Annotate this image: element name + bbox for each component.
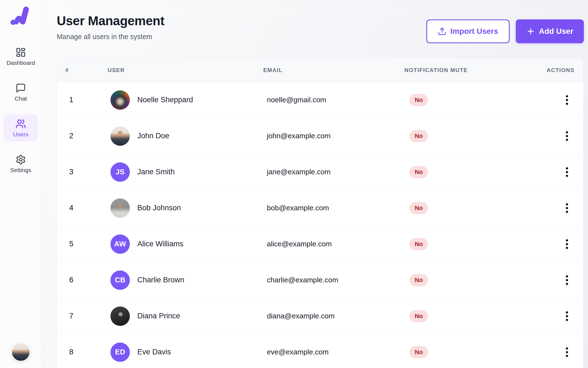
table-row: 5 AW Alice Williams alice@example.com No <box>57 226 583 262</box>
user-avatar: AW <box>110 234 130 254</box>
actions-cell <box>545 272 583 288</box>
row-actions-menu-button[interactable] <box>561 272 573 288</box>
import-users-button[interactable]: Import Users <box>426 19 510 43</box>
table-row: 7 Diana Prince diana@example.com No <box>57 298 583 334</box>
page-header: User Management Manage all users in the … <box>57 13 584 43</box>
page-title: User Management <box>57 13 164 28</box>
user-email: alice@example.com <box>254 240 395 248</box>
sidebar-nav: Dashboard Chat Users Sett <box>0 43 42 177</box>
row-actions-menu-button[interactable] <box>561 92 573 108</box>
user-cell: ED Eve Davis <box>99 343 254 362</box>
plus-icon <box>526 27 535 36</box>
user-name: Alice Williams <box>137 240 184 248</box>
user-cell: Bob Johnson <box>99 198 254 218</box>
row-actions-menu-button[interactable] <box>561 200 573 216</box>
row-index: 7 <box>57 312 99 320</box>
column-header-email: EMAIL <box>254 67 395 73</box>
row-index: 8 <box>57 348 99 356</box>
user-email: eve@example.com <box>254 348 395 356</box>
mute-badge: No <box>409 238 428 250</box>
row-actions-menu-button[interactable] <box>561 236 573 252</box>
row-actions-menu-button[interactable] <box>561 308 573 324</box>
actions-cell <box>545 200 583 216</box>
table-row: 6 CB Charlie Brown charlie@example.com N… <box>57 262 583 298</box>
actions-cell <box>545 344 583 360</box>
column-header-user: USER <box>99 67 254 73</box>
import-users-label: Import Users <box>450 27 498 36</box>
kebab-menu-icon <box>563 130 571 142</box>
user-email: john@example.com <box>254 132 395 140</box>
app-root: Dashboard Chat Users Sett <box>0 0 588 368</box>
actions-cell <box>545 128 583 144</box>
user-cell: Diana Prince <box>99 306 254 326</box>
column-header-mute: NOTIFICATION MUTE <box>395 67 545 73</box>
row-index: 5 <box>57 240 99 248</box>
row-index: 2 <box>57 132 99 140</box>
mute-badge: No <box>409 274 428 286</box>
mute-cell: No <box>395 202 545 214</box>
user-email: charlie@example.com <box>254 276 395 284</box>
row-actions-menu-button[interactable] <box>561 344 573 360</box>
kebab-menu-icon <box>563 94 571 106</box>
table-row: 8 ED Eve Davis eve@example.com No <box>57 334 583 368</box>
header-actions: Import Users Add User <box>426 19 584 43</box>
user-cell: John Doe <box>99 126 254 146</box>
sidebar-item-label: Dashboard <box>7 60 35 66</box>
profile-avatar[interactable] <box>11 342 30 362</box>
brand-logo-m-icon <box>9 4 33 28</box>
user-name: Jane Smith <box>137 168 175 176</box>
mute-badge: No <box>409 166 428 178</box>
mute-badge: No <box>409 346 428 358</box>
actions-cell <box>545 92 583 108</box>
user-name: Eve Davis <box>137 348 171 356</box>
table-row: 1 Noelle Sheppard noelle@gmail.com No <box>57 82 583 118</box>
row-actions-menu-button[interactable] <box>561 128 573 144</box>
mute-cell: No <box>395 166 545 178</box>
sidebar-item-dashboard[interactable]: Dashboard <box>4 43 38 70</box>
mute-cell: No <box>395 94 545 106</box>
user-avatar <box>110 90 130 110</box>
sidebar-item-chat[interactable]: Chat <box>4 78 38 106</box>
mute-badge: No <box>409 310 428 322</box>
actions-cell <box>545 308 583 324</box>
user-email: jane@example.com <box>254 168 395 176</box>
table-row: 3 JS Jane Smith jane@example.com No <box>57 154 583 190</box>
user-avatar: CB <box>110 270 130 290</box>
sidebar-item-label: Settings <box>10 167 31 173</box>
sidebar-item-label: Users <box>13 131 29 138</box>
chat-icon <box>16 83 26 93</box>
table-row: 4 Bob Johnson bob@example.com No <box>57 190 583 226</box>
add-user-label: Add User <box>539 27 573 36</box>
user-avatar: ED <box>110 343 130 362</box>
sidebar-item-users[interactable]: Users <box>4 114 38 142</box>
user-avatar <box>110 198 130 218</box>
user-email: bob@example.com <box>254 204 395 212</box>
kebab-menu-icon <box>563 238 571 250</box>
row-index: 6 <box>57 276 99 284</box>
mute-cell: No <box>395 310 545 322</box>
main-content: User Management Manage all users in the … <box>42 0 588 368</box>
user-name: Diana Prince <box>137 312 180 320</box>
kebab-menu-icon <box>563 166 571 178</box>
mute-badge: No <box>409 94 428 106</box>
user-name: Bob Johnson <box>137 204 181 212</box>
user-name: John Doe <box>137 132 169 140</box>
mute-cell: No <box>395 238 545 250</box>
sidebar-item-settings[interactable]: Settings <box>4 150 38 177</box>
user-cell: Noelle Sheppard <box>99 90 254 110</box>
user-cell: JS Jane Smith <box>99 162 254 182</box>
user-cell: CB Charlie Brown <box>99 270 254 290</box>
add-user-button[interactable]: Add User <box>516 19 584 43</box>
user-avatar: JS <box>110 162 130 182</box>
user-name: Noelle Sheppard <box>137 96 193 104</box>
mute-cell: No <box>395 274 545 286</box>
users-table-card: # USER EMAIL NOTIFICATION MUTE ACTIONS 1… <box>57 58 584 368</box>
table-row: 2 John Doe john@example.com No <box>57 118 583 154</box>
user-cell: AW Alice Williams <box>99 234 254 254</box>
table-body: 1 Noelle Sheppard noelle@gmail.com No 2 … <box>57 82 583 368</box>
kebab-menu-icon <box>563 202 571 214</box>
user-email: noelle@gmail.com <box>254 96 395 104</box>
mute-cell: No <box>395 130 545 142</box>
row-actions-menu-button[interactable] <box>561 164 573 180</box>
kebab-menu-icon <box>563 274 571 286</box>
